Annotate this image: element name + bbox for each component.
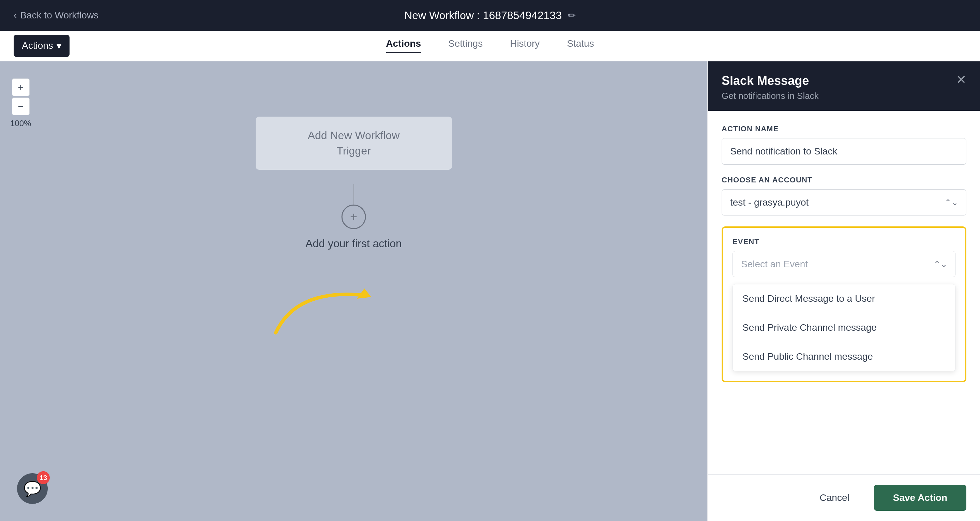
event-select[interactable]: Select an Event Send Direct Message to a… [733,251,955,277]
action-name-input[interactable] [722,138,966,165]
actions-dropdown-button[interactable]: Actions ▾ [14,35,70,57]
panel-footer: Cancel Save Action [708,474,980,521]
tab-settings[interactable]: Settings [448,38,483,53]
topbar: ‹ Back to Workflows New Workflow : 16878… [0,0,980,31]
workflow-title-text: New Workflow : 1687854942133 [404,9,562,22]
workflow-title: New Workflow : 1687854942133 ✏ [404,9,576,22]
add-action-label: Add your first action [305,237,402,250]
close-icon: ✕ [956,73,966,87]
panel-title-group: Slack Message Get notifications in Slack [722,74,819,101]
account-select[interactable]: test - grasya.puyot [722,189,966,215]
right-panel: Slack Message Get notifications in Slack… [707,61,980,521]
back-label: Back to Workflows [20,10,99,21]
trigger-box[interactable]: Add New Workflow Trigger [255,116,453,170]
chat-widget[interactable]: 💬 13 [17,473,48,504]
panel-title: Slack Message [722,74,819,88]
plus-icon: + [18,82,24,93]
workflow-canvas[interactable]: + − 100% Add New Workflow Trigger + Add … [0,61,707,521]
event-label: EVENT [733,237,955,246]
event-option-direct-message[interactable]: Send Direct Message to a User [733,284,955,313]
panel-body: ACTION NAME CHOOSE AN ACCOUNT test - gra… [708,111,980,474]
panel-subtitle: Get notifications in Slack [722,91,819,101]
connector-line [353,184,354,205]
choose-account-label: CHOOSE AN ACCOUNT [722,175,966,185]
edit-icon[interactable]: ✏ [568,10,576,21]
back-to-workflows-button[interactable]: ‹ Back to Workflows [14,10,99,21]
dropdown-chevron-icon: ▾ [57,40,61,51]
tab-status[interactable]: Status [567,38,594,53]
main-layout: + − 100% Add New Workflow Trigger + Add … [0,61,980,521]
back-arrow-icon: ‹ [14,10,17,21]
event-dropdown-options: Send Direct Message to a User Send Priva… [733,284,955,371]
minus-icon: − [18,101,24,112]
panel-header: Slack Message Get notifications in Slack… [708,61,980,111]
panel-close-button[interactable]: ✕ [956,74,966,86]
zoom-in-button[interactable]: + [12,78,30,96]
add-action-connector: + Add your first action [305,184,402,250]
actions-dropdown-label: Actions [22,40,53,51]
chat-icon-button[interactable]: 💬 13 [17,473,48,504]
add-circle-plus-icon: + [350,210,357,224]
zoom-controls: + − 100% [10,78,31,128]
trigger-box-text: Add New Workflow Trigger [308,128,400,159]
arrow-annotation [269,254,378,339]
chat-icon-symbol: 💬 [24,480,41,497]
cancel-button[interactable]: Cancel [803,485,866,511]
action-name-label: ACTION NAME [722,124,966,133]
account-select-wrapper: test - grasya.puyot ⌃⌄ [722,189,966,215]
tab-actions[interactable]: Actions [386,38,421,53]
event-option-private-channel[interactable]: Send Private Channel message [733,313,955,343]
tab-history[interactable]: History [510,38,539,53]
zoom-out-button[interactable]: − [12,97,30,115]
event-option-public-channel[interactable]: Send Public Channel message [733,343,955,371]
chat-badge: 13 [37,471,50,484]
event-select-wrapper: Select an Event Send Direct Message to a… [733,251,955,277]
add-action-circle-button[interactable]: + [341,205,366,229]
save-action-button[interactable]: Save Action [874,485,966,511]
tabs-center: Actions Settings History Status [386,38,594,53]
tabbar: Actions ▾ Actions Settings History Statu… [0,31,980,61]
event-section: EVENT Select an Event Send Direct Messag… [722,226,966,382]
zoom-level-label: 100% [10,119,31,128]
